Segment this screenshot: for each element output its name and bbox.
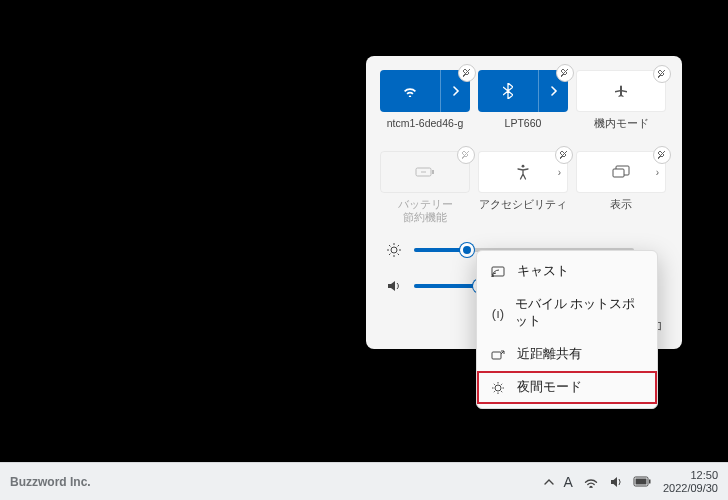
volume-tray-icon[interactable] bbox=[609, 475, 623, 489]
bluetooth-label: LPT660 bbox=[505, 117, 542, 143]
accessibility-label: アクセシビリティ bbox=[479, 198, 567, 224]
svg-rect-12 bbox=[649, 480, 651, 484]
unpin-icon[interactable] bbox=[653, 146, 671, 164]
clock[interactable]: 12:50 2022/09/30 bbox=[663, 469, 718, 493]
project-tile[interactable]: › bbox=[576, 151, 666, 193]
bluetooth-tile[interactable] bbox=[478, 70, 568, 112]
menu-item-cast[interactable]: キャスト bbox=[477, 255, 657, 288]
volume-icon bbox=[386, 278, 404, 294]
chevron-right-icon: › bbox=[656, 167, 659, 178]
menu-item-nearby[interactable]: 近距離共有 bbox=[477, 338, 657, 371]
cast-icon bbox=[491, 266, 507, 278]
tiles-grid: ntcm1-6ded46-g LPT660 bbox=[380, 70, 668, 224]
wifi-tray-icon[interactable] bbox=[583, 476, 599, 488]
airplane-tile[interactable] bbox=[576, 70, 666, 112]
chevron-right-icon: › bbox=[558, 167, 561, 178]
unpin-icon[interactable] bbox=[458, 64, 476, 82]
battery-saver-icon bbox=[415, 166, 435, 178]
wifi-tile[interactable] bbox=[380, 70, 470, 112]
tray-overflow-button[interactable] bbox=[544, 478, 554, 486]
svg-rect-6 bbox=[492, 267, 504, 276]
bluetooth-icon bbox=[478, 83, 538, 99]
svg-point-9 bbox=[495, 385, 501, 391]
svg-rect-11 bbox=[635, 479, 646, 485]
wifi-icon bbox=[380, 85, 440, 97]
brand-text: Buzzword Inc. bbox=[10, 475, 91, 489]
svg-rect-1 bbox=[432, 170, 434, 174]
add-context-menu: キャスト (ı) モバイル ホットスポット 近距離共有 夜間モード bbox=[476, 250, 658, 409]
svg-rect-4 bbox=[613, 169, 624, 177]
unpin-icon[interactable] bbox=[653, 65, 671, 83]
accessibility-icon bbox=[516, 164, 530, 180]
unpin-icon[interactable] bbox=[457, 146, 475, 164]
airplane-label: 機内モード bbox=[594, 117, 649, 143]
battery-tray-icon[interactable] bbox=[633, 476, 651, 487]
taskbar: Buzzword Inc. A 12:50 2022/09/30 bbox=[0, 462, 728, 500]
ime-indicator[interactable]: A bbox=[564, 474, 573, 490]
svg-point-7 bbox=[492, 275, 494, 277]
nearby-share-icon bbox=[491, 349, 507, 361]
menu-item-hotspot[interactable]: (ı) モバイル ホットスポット bbox=[477, 288, 657, 338]
nightlight-icon bbox=[491, 381, 507, 395]
battery-saver-tile bbox=[380, 151, 470, 193]
unpin-icon[interactable] bbox=[555, 146, 573, 164]
wifi-label: ntcm1-6ded46-g bbox=[387, 117, 463, 143]
brightness-icon bbox=[386, 242, 404, 258]
project-label: 表示 bbox=[610, 198, 632, 224]
project-icon bbox=[612, 165, 630, 179]
menu-item-nightlight[interactable]: 夜間モード bbox=[477, 371, 657, 404]
unpin-icon[interactable] bbox=[556, 64, 574, 82]
svg-rect-8 bbox=[492, 352, 501, 359]
hotspot-icon: (ı) bbox=[491, 306, 505, 321]
airplane-icon bbox=[613, 83, 629, 99]
accessibility-tile[interactable]: › bbox=[478, 151, 568, 193]
svg-point-2 bbox=[522, 165, 525, 168]
battery-saver-label: バッテリー 節約機能 bbox=[398, 198, 453, 224]
system-tray: A bbox=[544, 474, 651, 490]
svg-point-5 bbox=[391, 247, 397, 253]
